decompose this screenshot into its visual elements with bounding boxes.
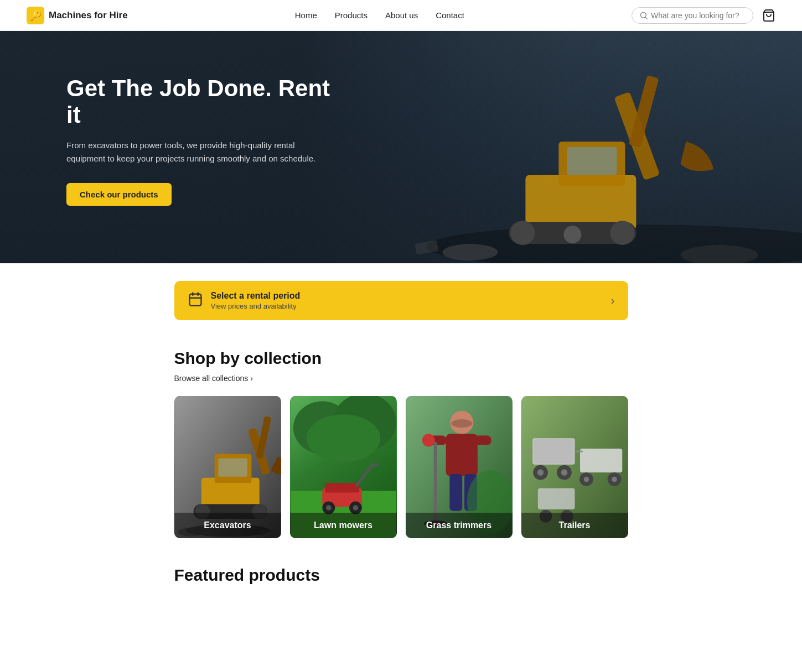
svg-point-13: [442, 244, 498, 261]
svg-point-68: [583, 477, 589, 482]
rental-banner-subtitle: View prices and availability: [211, 302, 301, 310]
collections-grid: Excavators: [174, 396, 628, 538]
hero-excavator-illustration: [321, 31, 802, 263]
hero-section: Get The Job Done. Rent it From excavator…: [0, 31, 802, 263]
collections-title: Shop by collection: [174, 349, 628, 368]
rental-period-banner[interactable]: Select a rental period View prices and a…: [174, 281, 628, 320]
main-nav: Home Products About us Contact: [295, 11, 464, 20]
lawnmowers-label: Lawn mowers: [290, 513, 397, 538]
logo-icon: 🔑: [27, 7, 44, 24]
rental-banner-title: Select a rental period: [211, 291, 301, 301]
svg-point-12: [563, 226, 581, 243]
rental-banner-chevron: ›: [611, 294, 615, 307]
svg-rect-66: [580, 449, 622, 472]
site-header: 🔑 Machines for Hire Home Products About …: [0, 0, 802, 31]
svg-line-1: [645, 17, 647, 19]
browse-chevron-icon: ›: [250, 374, 253, 383]
collection-card-excavators[interactable]: Excavators: [174, 396, 281, 538]
search-icon: [640, 12, 648, 19]
nav-home[interactable]: Home: [295, 11, 317, 20]
svg-point-11: [610, 221, 634, 245]
brand-name: Machines for Hire: [49, 10, 128, 21]
hero-content: Get The Job Done. Rent it From excavator…: [0, 31, 332, 206]
excavators-label: Excavators: [174, 513, 281, 538]
featured-products-title: Featured products: [174, 566, 628, 585]
header-right: [632, 7, 775, 24]
svg-rect-71: [537, 488, 575, 509]
search-bar[interactable]: [632, 7, 753, 24]
svg-rect-16: [189, 294, 201, 305]
hero-subtitle: From excavators to power tools, we provi…: [66, 139, 332, 165]
svg-point-63: [537, 469, 543, 475]
hero-title: Get The Job Done. Rent it: [66, 75, 332, 129]
svg-rect-61: [534, 439, 573, 463]
nav-products[interactable]: Products: [335, 11, 368, 20]
collections-section: Shop by collection Browse all collection…: [174, 349, 628, 560]
cart-icon: [762, 9, 775, 22]
collection-card-lawnmowers[interactable]: Lawn mowers: [290, 396, 397, 538]
nav-contact[interactable]: Contact: [436, 11, 464, 20]
svg-rect-52: [472, 435, 491, 445]
svg-point-65: [561, 469, 567, 475]
svg-point-53: [422, 434, 434, 447]
svg-point-49: [451, 419, 472, 428]
browse-all-collections-link[interactable]: Browse all collections ›: [174, 374, 253, 383]
hero-cta-button[interactable]: Check our products: [66, 183, 172, 206]
svg-rect-6: [567, 147, 617, 175]
logo-link[interactable]: 🔑 Machines for Hire: [27, 7, 128, 24]
svg-rect-40: [325, 483, 359, 492]
trailers-label: Trailers: [521, 513, 628, 538]
svg-rect-24: [218, 458, 247, 476]
svg-rect-56: [449, 474, 462, 511]
cart-button[interactable]: [762, 9, 775, 22]
grasstrimmers-label: Grass trimmers: [406, 513, 513, 538]
svg-point-45: [326, 505, 332, 510]
featured-products-section: Featured products: [174, 566, 628, 631]
collection-card-grasstrimmers[interactable]: Grass trimmers: [406, 396, 513, 538]
svg-point-46: [353, 505, 358, 510]
collection-card-trailers[interactable]: Trailers: [521, 396, 628, 538]
calendar-icon: [188, 291, 203, 310]
svg-point-37: [306, 414, 380, 462]
search-input[interactable]: [651, 11, 745, 20]
svg-point-70: [612, 477, 617, 482]
nav-about[interactable]: About us: [385, 11, 418, 20]
svg-point-10: [510, 221, 535, 245]
